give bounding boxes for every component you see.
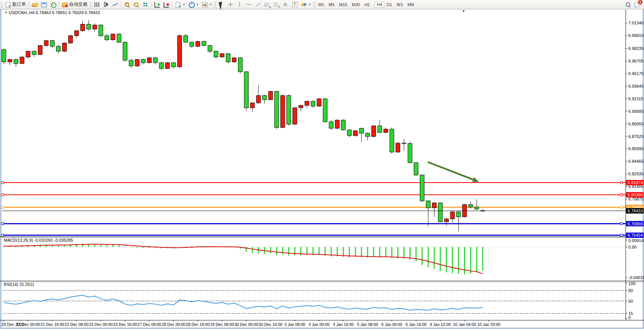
terminal-window-icon — [41, 2, 47, 8]
line-handle[interactable] — [620, 194, 623, 196]
price-badge: 6.81874 — [626, 180, 644, 185]
zoom-in-icon: + — [124, 2, 130, 8]
chart-title-bar[interactable]: ▼USDCNH-,H4 6.78463 6.78651 6.78329 6.78… — [5, 10, 100, 15]
signal-icon — [50, 2, 56, 8]
equidistant-channel-icon: E — [264, 2, 270, 8]
svg-text:6.75454: 6.75454 — [628, 233, 643, 238]
line-chart-mode-button[interactable] — [111, 1, 120, 8]
arrows-icon — [301, 2, 307, 8]
fibonacci-tool-button[interactable]: F — [272, 1, 281, 8]
vertical-line-tool-button[interactable] — [235, 1, 244, 8]
tab-timeframe-H4[interactable]: H4 — [374, 2, 384, 8]
terminal-button[interactable] — [39, 1, 48, 8]
svg-text:6.89055: 6.89055 — [628, 122, 644, 126]
chart-ohlc-values: 6.78463 6.78651 6.78329 6.78433 — [36, 10, 100, 15]
svg-text:-0.040162: -0.040162 — [628, 275, 644, 280]
text-tool-button[interactable]: A — [281, 1, 290, 8]
arrows-tool-button[interactable]: ▼ — [299, 1, 313, 8]
line-chart-icon — [112, 2, 118, 8]
svg-text:6.81874: 6.81874 — [628, 180, 643, 185]
line-handle[interactable] — [620, 206, 623, 209]
svg-text:6.90585: 6.90585 — [628, 109, 644, 114]
macd-indicator-label: MACD(12,26,9) -0.031091 -0.035285 — [4, 238, 73, 242]
svg-text:0: 0 — [628, 315, 631, 320]
price-axis-labels: 7.013406.998106.982356.967056.951756.936… — [626, 21, 644, 201]
svg-text:6.92115: 6.92115 — [628, 96, 643, 101]
new-chart-button[interactable]: +▼ — [173, 1, 187, 8]
tile-windows-button[interactable] — [141, 1, 150, 8]
horizontal-line-icon — [246, 2, 252, 8]
line-handle[interactable] — [620, 223, 623, 225]
price-badge: 6.80390 — [626, 192, 644, 197]
search-icon[interactable] — [625, 2, 631, 8]
tab-timeframe-H1[interactable]: H1 — [362, 2, 372, 8]
horizontal-line-tool-button[interactable] — [244, 1, 254, 8]
svg-text:100: 100 — [628, 281, 635, 286]
line-handle[interactable] — [2, 194, 4, 196]
trendline-tool-button[interactable] — [254, 1, 263, 8]
svg-text:22 Dec 08:00: 22 Dec 08:00 — [65, 322, 89, 327]
svg-text:21 Dec 16:00: 21 Dec 16:00 — [40, 322, 64, 327]
svg-text:6.96705: 6.96705 — [628, 59, 644, 63]
vertical-line-icon — [237, 2, 243, 8]
svg-text:28 Dec 16:00: 28 Dec 16:00 — [186, 322, 210, 327]
svg-text:6.76866: 6.76866 — [628, 221, 643, 226]
toolbar-grip — [214, 2, 216, 8]
new-order-button[interactable]: + 新订单 — [3, 1, 27, 8]
line-handle[interactable] — [620, 181, 623, 184]
tab-timeframe-M5[interactable]: M5 — [326, 2, 337, 8]
line-handle[interactable] — [2, 206, 4, 209]
svg-text:7.01340: 7.01340 — [628, 21, 644, 25]
autotrade-button[interactable]: 自动交易 — [60, 1, 89, 8]
signals-button[interactable] — [48, 1, 58, 8]
toolbar-grip — [1, 2, 3, 8]
svg-text:0.009142: 0.009142 — [628, 238, 644, 243]
line-handle[interactable] — [2, 181, 4, 184]
collapse-triangle-icon[interactable]: ▼ — [5, 11, 7, 14]
svg-text:6.99810: 6.99810 — [628, 33, 644, 38]
market-watch-button[interactable] — [30, 1, 39, 8]
chart-shift-marker[interactable]: ▼ — [462, 10, 465, 13]
price-badge: 6.76866 — [626, 221, 644, 226]
tile-windows-icon — [142, 2, 148, 8]
text-label-tool-button[interactable]: T — [290, 1, 299, 8]
zoom-in-button[interactable]: + — [122, 1, 132, 8]
dropdown-arrow-icon: ▼ — [196, 3, 199, 6]
auto-scroll-icon — [154, 2, 160, 8]
tab-timeframe-W1[interactable]: W1 — [394, 2, 405, 8]
candlestick-mode-button[interactable] — [101, 1, 111, 8]
crosshair-tool-button[interactable] — [226, 1, 235, 8]
channel-tool-button[interactable]: E — [263, 1, 272, 8]
svg-text:29 Dec 08:00: 29 Dec 08:00 — [210, 322, 234, 327]
notifications-icon[interactable]: 1 — [634, 2, 640, 8]
svg-text:4 Jan 16:00: 4 Jan 16:00 — [333, 322, 354, 327]
chart-shift-icon — [163, 2, 169, 8]
line-handle[interactable] — [2, 234, 4, 236]
svg-text:6.95175: 6.95175 — [628, 71, 644, 76]
svg-text:9 Jan 12:00: 9 Jan 12:00 — [430, 322, 451, 327]
svg-text:6.98235: 6.98235 — [628, 46, 644, 51]
line-handle[interactable] — [620, 234, 623, 236]
svg-text:21 Dec 00:00: 21 Dec 00:00 — [16, 322, 40, 327]
tab-timeframe-M30[interactable]: M30 — [350, 2, 362, 8]
svg-text:6.84465: 6.84465 — [628, 159, 644, 164]
cursor-tool-button[interactable] — [217, 1, 226, 8]
indicators-button[interactable]: ▼ — [200, 1, 214, 8]
toolbar-separator — [59, 2, 59, 8]
periods-button[interactable]: ▼ — [187, 1, 200, 8]
svg-text:4 Jan 00:00: 4 Jan 00:00 — [308, 322, 329, 327]
text-label-icon: T — [292, 2, 298, 8]
bar-chart-mode-button[interactable] — [92, 1, 101, 8]
tab-timeframe-M1[interactable]: M1 — [316, 2, 326, 8]
indicators-icon — [202, 2, 208, 8]
zoom-out-button[interactable]: - — [132, 1, 141, 8]
chart-shift-button[interactable] — [162, 1, 171, 8]
line-handle[interactable] — [2, 223, 4, 225]
svg-text:28 Dec 00:00: 28 Dec 00:00 — [162, 322, 186, 327]
rsi-indicator-label: RSI(14) 31.2511 — [4, 282, 34, 287]
tab-timeframe-M15[interactable]: M15 — [337, 2, 349, 8]
tab-timeframe-D1[interactable]: D1 — [384, 2, 394, 8]
tab-timeframe-MN[interactable]: MN — [405, 2, 416, 8]
mt4-terminal: { "toolbar": { "new_order_label": "新订单",… — [0, 0, 644, 329]
auto-scroll-button[interactable] — [153, 1, 162, 8]
